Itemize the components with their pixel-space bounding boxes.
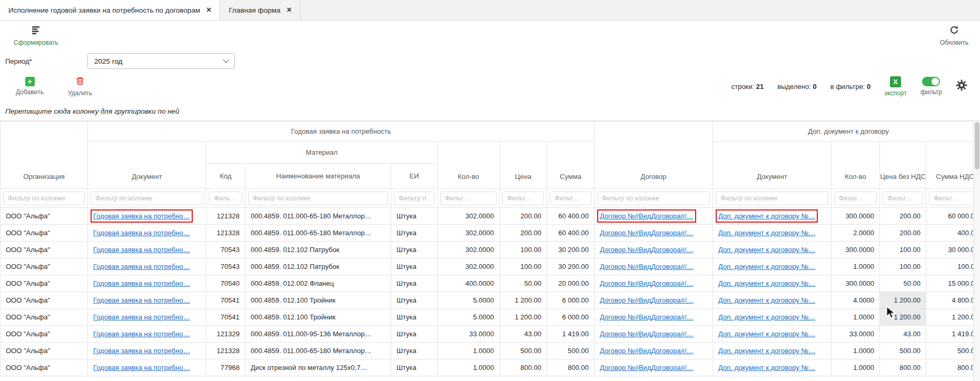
adddoc-link[interactable]: Доп. документ к договору №… [718, 229, 815, 237]
adddoc-link[interactable]: Доп. документ к договору №… [718, 296, 815, 304]
tab-close-icon[interactable]: × [287, 6, 292, 14]
filter-input-material[interactable] [248, 192, 388, 205]
export-button[interactable]: X экспорт [884, 76, 907, 97]
scrollbar-thumb[interactable] [975, 122, 979, 169]
cell-adddoc-qty: 300.0000 [831, 275, 880, 292]
add-button[interactable]: + Добавить [16, 77, 44, 96]
contract-link[interactable]: Договор №#ВидДоговора#/… [600, 313, 694, 321]
filter-input-qty[interactable] [440, 192, 497, 205]
cell-unit: Штука [391, 242, 438, 258]
cell-price-no-vat: 1 200.00 [880, 309, 926, 326]
table-row[interactable]: ООО "Альфа" Годовая заявка на потребно… … [1, 275, 980, 292]
filter-input-sum-vat[interactable] [929, 192, 980, 205]
grouping-drop-zone[interactable]: Перетащите сюда колонку для группировки … [0, 102, 980, 121]
table-row[interactable]: ООО "Альфа" Годовая заявка на потребно… … [1, 343, 980, 359]
contract-link[interactable]: Договор №#ВидДоговора#/… [600, 330, 694, 338]
cell-contract: Договор №#ВидДоговора#/… [595, 309, 713, 326]
contract-link[interactable]: Договор №#ВидДоговора#/… [600, 229, 694, 237]
table-row[interactable]: ООО "Альфа" Годовая заявка на потребно… … [1, 208, 980, 225]
cell-sum: 30 200.00 [547, 258, 595, 275]
table-row[interactable]: ООО "Альфа" Годовая заявка на потребно… … [1, 326, 980, 343]
column-header-price-no-vat[interactable]: Цена без НДС [880, 142, 926, 189]
column-header-adddoc-qty[interactable]: Кол-во [831, 142, 880, 189]
filter-input-adddoc-qty[interactable] [834, 192, 877, 205]
refresh-button[interactable]: Обновить [940, 25, 968, 46]
table-row[interactable]: ООО "Альфа" Годовая заявка на потребно… … [1, 258, 980, 275]
cell-price: 200.00 [500, 225, 547, 242]
tab-main-form[interactable]: Главная форма × [220, 0, 300, 20]
document-link[interactable]: Годовая заявка на потребно… [93, 364, 190, 372]
period-select[interactable]: 2025 год [87, 53, 235, 69]
cell-code: 121328 [206, 208, 245, 225]
column-header-sum[interactable]: Сумма [547, 142, 595, 189]
cell-price: 43.00 [500, 326, 547, 343]
cell-qty: 5.0000 [438, 292, 500, 309]
table-row[interactable]: ООО "Альфа" Годовая заявка на потребно… … [1, 225, 980, 242]
table-row[interactable]: ООО "Альфа" Годовая заявка на потребно… … [1, 292, 980, 309]
delete-button[interactable]: Удалить [68, 76, 92, 97]
document-link[interactable]: Годовая заявка на потребно… [93, 246, 190, 254]
vertical-scrollbar[interactable] [973, 121, 980, 381]
document-link[interactable]: Годовая заявка на потребно… [93, 347, 190, 355]
cell-document: Годовая заявка на потребно… [88, 208, 206, 225]
document-link[interactable]: Годовая заявка на потребно… [93, 313, 190, 321]
settings-button[interactable] [956, 79, 967, 93]
cell-organization: ООО "Альфа" [1, 208, 88, 225]
filter-input-document[interactable] [91, 192, 203, 205]
adddoc-link[interactable]: Доп. документ к договору №… [718, 212, 815, 220]
cell-sum-vat: 500.00 [926, 343, 980, 359]
contract-link[interactable]: Договор №#ВидДоговора#/… [600, 279, 694, 287]
table-row[interactable]: ООО "Альфа" Годовая заявка на потребно… … [1, 359, 980, 376]
column-header-sum-vat[interactable]: Сумма НДС [926, 142, 980, 189]
table-row[interactable]: ООО "Альфа" Годовая заявка на потребно… … [1, 242, 980, 258]
adddoc-link[interactable]: Доп. документ к договору №… [718, 364, 815, 372]
column-header-qty[interactable]: Кол-во [438, 142, 500, 189]
column-header-organization[interactable]: Организация [1, 122, 88, 189]
cell-price: 200.00 [500, 208, 547, 225]
document-link[interactable]: Годовая заявка на потребно… [93, 279, 190, 287]
adddoc-link[interactable]: Доп. документ к договору №… [718, 347, 815, 355]
filter-input-price-no-vat[interactable] [883, 192, 923, 205]
table-row[interactable]: ООО "Альфа" Годовая заявка на потребно… … [1, 309, 980, 326]
document-link[interactable]: Годовая заявка на потребно… [93, 296, 190, 304]
column-header-unit[interactable]: ЕИ [391, 164, 438, 189]
document-link[interactable]: Годовая заявка на потребно… [93, 229, 190, 237]
filter-input-price[interactable] [502, 192, 544, 205]
contract-link[interactable]: Договор №#ВидДоговора#/… [600, 296, 694, 304]
tab-annual-request-execution[interactable]: Исполнение годовой заявки на потребность… [0, 0, 220, 20]
filter-input-contract[interactable] [597, 192, 710, 205]
column-header-document[interactable]: Документ [88, 142, 206, 189]
adddoc-link[interactable]: Доп. документ к договору №… [718, 313, 815, 321]
contract-link[interactable]: Договор №#ВидДоговора#/… [600, 246, 694, 254]
contract-link[interactable]: Договор №#ВидДоговора#/… [600, 347, 694, 355]
cell-qty: 1.0000 [438, 343, 500, 359]
column-header-material-name[interactable]: Наименование материала [245, 164, 391, 189]
document-link[interactable]: Годовая заявка на потребно… [93, 212, 190, 220]
filter-input-sum[interactable] [550, 192, 591, 205]
adddoc-link[interactable]: Доп. документ к договору №… [718, 279, 815, 287]
adddoc-link[interactable]: Доп. документ к договору №… [718, 246, 815, 254]
column-header-price[interactable]: Цена [500, 142, 547, 189]
filter-toggle[interactable]: фильтр [920, 77, 942, 96]
document-link[interactable]: Годовая заявка на потребно… [93, 330, 190, 338]
contract-link[interactable]: Договор №#ВидДоговора#/… [600, 212, 694, 220]
cell-contract: Договор №#ВидДоговора#/… [595, 292, 713, 309]
filter-input-adddoc-document[interactable] [716, 192, 828, 205]
filter-input-unit[interactable] [394, 192, 434, 205]
column-header-contract[interactable]: Договор [595, 122, 713, 189]
contract-link[interactable]: Договор №#ВидДоговора#/… [600, 364, 694, 372]
filter-input-organization[interactable] [3, 192, 85, 205]
column-header-code[interactable]: Код [206, 164, 245, 189]
cell-document: Годовая заявка на потребно… [88, 275, 206, 292]
document-link[interactable]: Годовая заявка на потребно… [93, 263, 190, 270]
cell-adddoc-qty: 300.0000 [831, 242, 880, 258]
cell-price-no-vat: 50.00 [880, 275, 926, 292]
contract-link[interactable]: Договор №#ВидДоговора#/… [600, 263, 694, 270]
filter-input-code[interactable] [209, 192, 242, 205]
adddoc-link[interactable]: Доп. документ к договору №… [718, 330, 815, 338]
tab-close-icon[interactable]: × [206, 6, 211, 14]
adddoc-link[interactable]: Доп. документ к договору №… [718, 263, 815, 270]
cell-price-no-vat: 100.00 [880, 242, 926, 258]
generate-button[interactable]: Сформировать [14, 25, 58, 46]
column-header-adddoc-document[interactable]: Документ [713, 142, 831, 189]
